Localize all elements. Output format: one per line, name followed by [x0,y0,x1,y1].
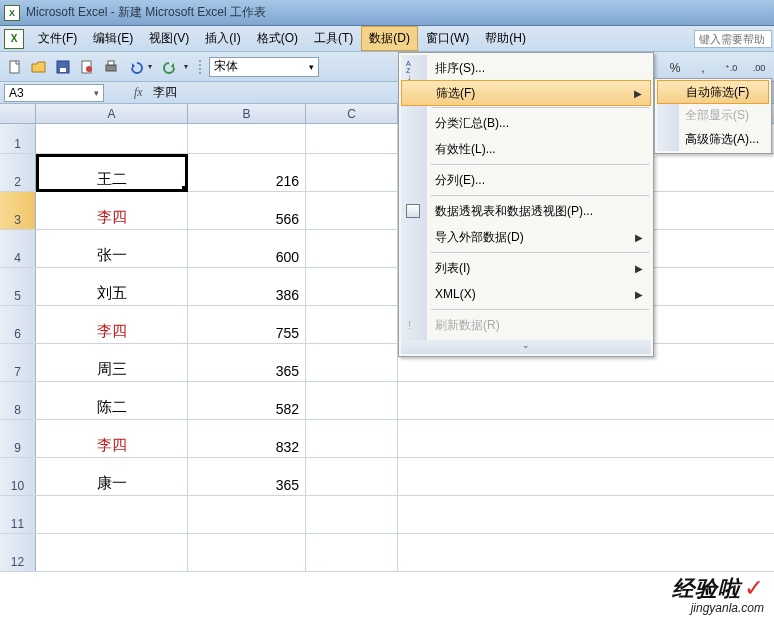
cell[interactable]: 李四 [36,420,188,457]
menu-item-validation[interactable]: 有效性(L)... [401,136,651,162]
menu-data[interactable]: 数据(D) [361,26,418,51]
cell[interactable]: 刘五 [36,268,188,305]
font-name-select[interactable]: 宋体 ▾ [209,57,319,77]
menu-item-label: 数据透视表和数据透视图(P)... [435,203,593,220]
cell[interactable] [306,344,398,381]
cell[interactable] [36,124,188,153]
cell[interactable]: 康一 [36,458,188,495]
row-header[interactable]: 12 [0,534,36,571]
watermark: 经验啦 ✓ jingyanla.com [672,575,764,615]
cell[interactable]: 陈二 [36,382,188,419]
cell[interactable] [188,496,306,533]
cell[interactable]: 582 [188,382,306,419]
menu-item-pivot[interactable]: 数据透视表和数据透视图(P)... [401,198,651,224]
percent-style-button[interactable]: % [664,57,686,79]
column-header-B[interactable]: B [188,104,306,123]
cell[interactable] [306,124,398,153]
undo-dropdown[interactable]: ▾ [148,62,158,71]
menu-item-filter[interactable]: 筛选(F) ▶ [401,80,651,106]
cell[interactable]: 386 [188,268,306,305]
cell[interactable] [306,458,398,495]
svg-rect-6 [108,61,114,65]
increase-decimal-button[interactable]: ⁺.0 [720,57,742,79]
cell[interactable]: 755 [188,306,306,343]
submenu-item-autofilter[interactable]: 自动筛选(F) [657,80,769,104]
new-button[interactable] [4,56,26,78]
cell[interactable]: 李四 [36,306,188,343]
grid-row: 10 康一 365 [0,458,774,496]
submenu-arrow-icon: ▶ [634,88,642,99]
redo-button[interactable] [160,56,182,78]
undo-button[interactable] [124,56,146,78]
row-header[interactable]: 1 [0,124,36,153]
cell[interactable]: 365 [188,344,306,381]
cell-selected[interactable]: 李四 [36,192,188,229]
select-all-corner[interactable] [0,104,36,123]
cell[interactable] [188,534,306,571]
cell[interactable]: 张一 [36,230,188,267]
cell[interactable]: 365 [188,458,306,495]
checkmark-icon: ✓ [744,574,764,601]
cell[interactable] [306,154,398,191]
cell[interactable]: 600 [188,230,306,267]
cell[interactable] [188,124,306,153]
decrease-decimal-button[interactable]: .00 [748,57,770,79]
cell[interactable] [306,534,398,571]
menu-help[interactable]: 帮助(H) [477,26,534,51]
save-button[interactable] [52,56,74,78]
menu-format[interactable]: 格式(O) [249,26,306,51]
cell[interactable] [306,306,398,343]
open-button[interactable] [28,56,50,78]
cell[interactable]: 王二 [36,154,188,191]
menu-expand-chevron[interactable]: ⌄ [401,340,651,354]
cell[interactable] [306,268,398,305]
submenu-item-advanced-filter[interactable]: 高级筛选(A)... [657,127,769,151]
cell[interactable]: 832 [188,420,306,457]
menu-item-label: 排序(S)... [435,60,485,77]
excel-doc-icon[interactable]: X [4,29,24,49]
row-header[interactable]: 9 [0,420,36,457]
help-search-input[interactable] [694,30,772,48]
row-header[interactable]: 11 [0,496,36,533]
cell[interactable]: 216 [188,154,306,191]
row-header[interactable]: 3 [0,192,36,229]
cell[interactable] [306,496,398,533]
cell[interactable]: 周三 [36,344,188,381]
menu-tools[interactable]: 工具(T) [306,26,361,51]
redo-dropdown[interactable]: ▾ [184,62,194,71]
cell[interactable]: 566 [188,192,306,229]
row-header[interactable]: 5 [0,268,36,305]
menu-item-import-data[interactable]: 导入外部数据(D) ▶ [401,224,651,250]
menu-view[interactable]: 视图(V) [141,26,197,51]
comma-style-button[interactable]: , [692,57,714,79]
name-box[interactable]: A3 ▾ [4,84,104,102]
watermark-title: 经验啦 [672,576,741,601]
cell[interactable] [306,420,398,457]
cell[interactable] [36,496,188,533]
menu-item-xml[interactable]: XML(X) ▶ [401,281,651,307]
print-button[interactable] [100,56,122,78]
column-header-C[interactable]: C [306,104,398,123]
menu-item-list[interactable]: 列表(I) ▶ [401,255,651,281]
row-header[interactable]: 10 [0,458,36,495]
row-header[interactable]: 8 [0,382,36,419]
cell[interactable] [306,192,398,229]
menu-item-text-to-columns[interactable]: 分列(E)... [401,167,651,193]
column-header-A[interactable]: A [36,104,188,123]
permissions-button[interactable] [76,56,98,78]
menu-file[interactable]: 文件(F) [30,26,85,51]
row-header[interactable]: 7 [0,344,36,381]
menu-item-sort[interactable]: AZ↓ 排序(S)... [401,55,651,81]
menu-item-subtotal[interactable]: 分类汇总(B)... [401,110,651,136]
menu-edit[interactable]: 编辑(E) [85,26,141,51]
menu-window[interactable]: 窗口(W) [418,26,477,51]
grid-row: 9 李四 832 [0,420,774,458]
cell[interactable] [306,382,398,419]
row-header[interactable]: 6 [0,306,36,343]
cell[interactable] [306,230,398,267]
fx-icon[interactable]: fx [134,85,143,100]
row-header[interactable]: 4 [0,230,36,267]
menu-insert[interactable]: 插入(I) [197,26,248,51]
cell[interactable] [36,534,188,571]
row-header[interactable]: 2 [0,154,36,191]
